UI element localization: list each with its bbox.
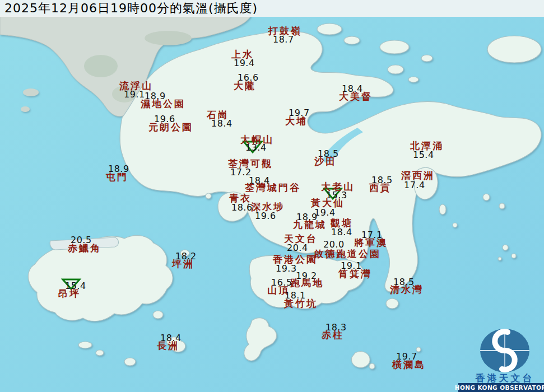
station-value: 18.4: [211, 119, 233, 128]
station-name: 坪洲: [172, 259, 194, 269]
station-name: 黃竹坑: [284, 299, 318, 309]
station-name: 滘西洲: [401, 171, 435, 180]
station-name: 深水埗: [251, 202, 285, 212]
station-name: 西貢: [369, 183, 392, 193]
station-name: 赤柱: [322, 330, 344, 340]
station-name: 石崗: [207, 110, 229, 120]
station-name: 天文台: [284, 234, 318, 244]
station-name: 荃灣城門谷: [245, 183, 301, 193]
station-value: 18.6: [231, 203, 253, 212]
station-value: 18.4: [331, 228, 352, 237]
station-value: 18.7: [273, 35, 294, 44]
station-name: 青衣: [229, 194, 252, 203]
station-name: 大老山: [321, 182, 355, 192]
station-value: 20.4: [287, 244, 308, 253]
station-name: 赤鱲角: [68, 244, 101, 253]
temperature-map-screen: 香港天文台 HONG KONG OBSERVATORY 2025年12月06日1…: [0, 0, 544, 392]
station-name: 屯門: [106, 172, 128, 182]
stations-layer: 18.7打鼓嶺19.4上水16.6大隴19.1流浮山18.9濕地公園19.6元朗…: [0, 0, 544, 392]
station-name: 筲箕灣: [338, 269, 372, 279]
station-name: 大埔: [285, 116, 308, 126]
station-name: 流浮山: [119, 81, 153, 91]
station-value: 17.2: [230, 168, 252, 177]
station-name: 啟德跑道公園: [314, 249, 381, 259]
station-name: 元朗公園: [148, 123, 193, 132]
station-value: 17.4: [404, 181, 425, 190]
station-name: 荃灣可觀: [228, 159, 273, 169]
station-name: 長洲: [157, 341, 179, 351]
station-name: 上水: [231, 50, 254, 59]
station-name: 橫瀾島: [392, 360, 426, 370]
station-name: 打鼓嶺: [268, 26, 302, 36]
station-name: 清水灣: [390, 285, 424, 295]
station-value: 19.3: [276, 264, 297, 273]
station-name: 大隴: [234, 81, 256, 91]
station-value: 19.4: [234, 59, 255, 68]
station-value: 15.4: [413, 151, 434, 160]
station-name: 香港公園: [273, 255, 318, 264]
station-name: 九龍城: [293, 220, 327, 230]
station-name: 昂坪: [58, 289, 81, 298]
station-name: 觀塘: [331, 218, 353, 228]
station-value: 15.3: [326, 191, 347, 200]
station-name: 沙田: [314, 157, 337, 166]
station-name: 大美督: [339, 92, 373, 101]
station-name: 將軍澳: [354, 238, 388, 248]
station-name: 北潭涌: [410, 141, 444, 151]
station-name: 大帽山: [240, 135, 274, 144]
station-value: 19.6: [255, 212, 276, 221]
station-name: 跑馬地: [290, 278, 324, 288]
station-value: 19.4: [314, 208, 336, 217]
station-name: 濕地公園: [141, 99, 185, 109]
